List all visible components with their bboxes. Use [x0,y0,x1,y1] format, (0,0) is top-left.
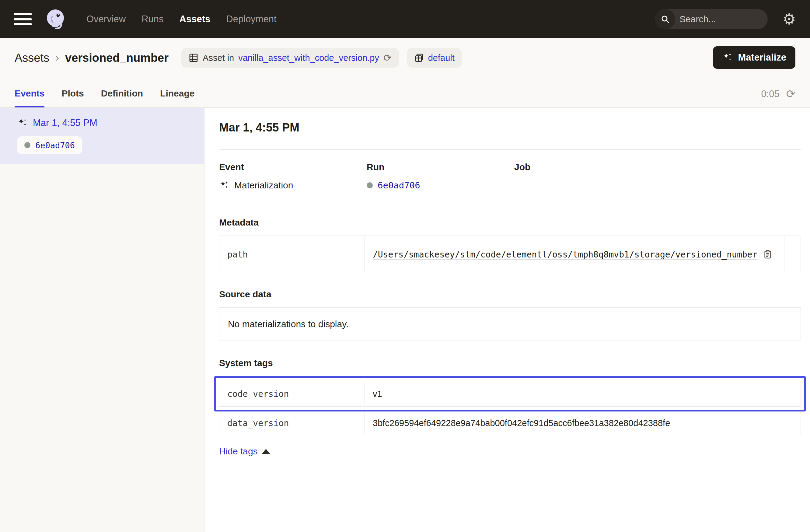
job-column-label: Job [514,162,801,172]
system-tags-title: System tags [219,358,801,368]
settings-gear-icon[interactable]: ⚙ [782,12,796,27]
source-data-empty-message: No materializations to display. [228,319,349,329]
nav-item-deployment[interactable]: Deployment [226,14,276,25]
materialization-sparkle-icon [219,180,229,191]
hamburger-menu-icon[interactable] [14,13,32,25]
event-type-value: Materialization [234,180,293,191]
tag-value: v1 [373,389,382,399]
metadata-section: Metadata path /Users/smackesey/stm/code/… [219,217,801,273]
code-version-highlight-box: code_version v1 [214,376,806,412]
repo-grid-icon [414,53,424,63]
repo-default-link[interactable]: default [428,53,455,63]
metadata-table: path /Users/smackesey/stm/code/elementl/… [219,236,801,273]
job-value: — [514,180,523,191]
asset-grid-icon [189,53,198,63]
page-header: Assets › versioned_number Asset in vanil… [0,38,810,108]
event-detail-panel: Mar 1, 4:55 PM Event Materialization Run [205,108,810,532]
event-column-label: Event [219,162,367,172]
source-data-section: Source data No materializations to displ… [219,289,801,341]
breadcrumb: Assets › versioned_number Asset in vanil… [15,38,795,68]
search-icon [655,9,675,29]
event-detail-heading: Mar 1, 4:55 PM [219,121,801,134]
asset-definition-badge: Asset in vanilla_asset_with_code_version… [181,48,399,68]
search-input[interactable] [675,14,768,25]
tab-plots[interactable]: Plots [62,88,84,108]
copy-path-button[interactable] [763,249,773,259]
run-id: 6e0ad706 [35,141,75,150]
metadata-row-end-cell [784,236,800,273]
clipboard-icon [763,249,773,259]
materialize-label: Materialize [738,52,786,63]
tag-key: data_version [220,412,365,435]
tab-lineage[interactable]: Lineage [160,88,194,108]
asset-in-label: Asset in [202,53,234,63]
run-id-link[interactable]: 6e0ad706 [378,180,420,191]
auto-refresh-control: 0:05 ⟳ [761,88,795,99]
hide-tags-toggle[interactable]: Hide tags [219,446,270,456]
page-title: versioned_number [65,51,168,65]
asset-file-link[interactable]: vanilla_asset_with_code_version.py [238,53,379,63]
materialize-button[interactable]: Materialize [713,46,795,69]
refresh-countdown: 0:05 [761,88,779,99]
nav-item-overview[interactable]: Overview [86,14,126,25]
event-list-item[interactable]: Mar 1, 4:55 PM 6e0ad706 [0,108,204,164]
system-tags-table: code_version v1 data_version 3bfc269594e… [219,376,801,435]
tab-definition[interactable]: Definition [101,88,143,108]
repository-badge: default [407,48,462,68]
hide-tags-label: Hide tags [219,446,258,456]
source-data-title: Source data [219,289,801,300]
tag-row-data-version: data_version 3bfc269594ef649228e9a74bab0… [219,412,801,435]
tab-events[interactable]: Events [15,88,45,108]
refresh-icon[interactable]: ⟳ [786,88,795,99]
breadcrumb-separator-icon: › [55,51,59,64]
event-summary-grid: Event Materialization Run 6e0ad706 [219,162,801,191]
nav-item-assets[interactable]: Assets [179,14,211,25]
reload-definition-icon[interactable]: ⟳ [384,52,392,64]
event-run-pill[interactable]: 6e0ad706 [17,136,82,154]
metadata-row-path: path /Users/smackesey/stm/code/elementl/… [220,236,800,273]
source-data-empty-state: No materializations to display. [219,307,801,341]
tag-value: 3bfc269594ef649228e9a74bab00f042efc91d5a… [373,418,670,428]
sparkle-icon [722,52,733,63]
metadata-title: Metadata [219,217,801,228]
run-column-label: Run [367,162,514,172]
nav-item-runs[interactable]: Runs [142,14,163,25]
metadata-key: path [220,236,365,273]
tag-key: code_version [220,381,365,406]
breadcrumb-assets-link[interactable]: Assets [15,51,49,65]
divider [219,149,801,150]
system-tags-section: System tags code_version v1 data_version… [219,358,801,456]
asset-tabs: Events Plots Definition Lineage [15,88,194,108]
global-search[interactable]: / [655,9,768,29]
top-nav: Overview Runs Assets Deployment / ⚙ [0,0,810,38]
content-area: Mar 1, 4:55 PM 6e0ad706 Mar 1, 4:55 PM E… [0,108,810,532]
run-status-dot [367,182,373,188]
event-list-sidebar: Mar 1, 4:55 PM 6e0ad706 [0,108,205,532]
metadata-path-link[interactable]: /Users/smackesey/stm/code/elementl/oss/t… [373,249,757,260]
run-status-dot [25,142,30,148]
dagster-logo[interactable] [44,7,67,31]
collapse-caret-icon [262,449,270,454]
event-timestamp-link[interactable]: Mar 1, 4:55 PM [33,117,97,128]
materialization-sparkle-icon [17,117,28,128]
tag-row-code-version: code_version v1 [219,381,801,407]
primary-nav: Overview Runs Assets Deployment [86,14,277,25]
